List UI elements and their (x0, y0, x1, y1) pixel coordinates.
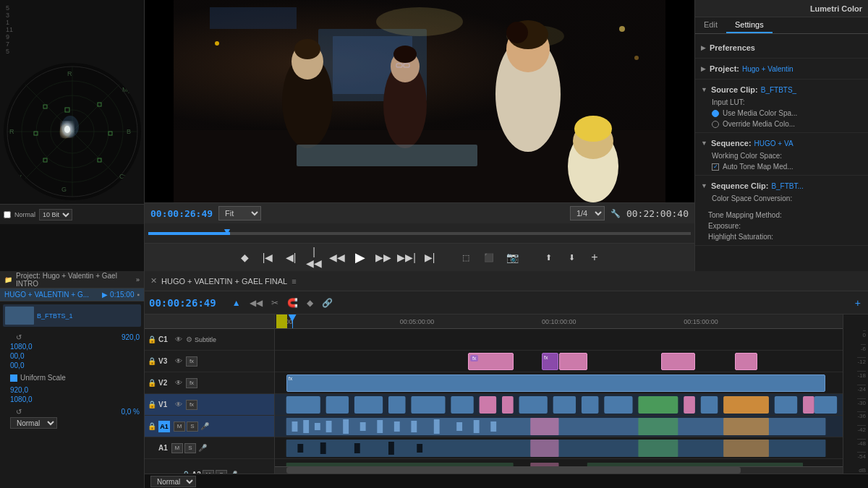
scale-pos-y-val[interactable]: 1080,0 (10, 395, 33, 403)
svg-rect-96 (723, 440, 769, 457)
a1-2-mic-icon: 🎤 (198, 444, 207, 452)
v3-eye-icon[interactable]: 👁 (175, 357, 182, 365)
linked-sel-btn[interactable]: 🔗 (319, 296, 336, 309)
track-a2-label: 🔒 A2 M S 🎤 Voix CANON (145, 459, 274, 474)
import-btn[interactable]: ⬇ (563, 249, 580, 266)
chevron-down-icon-3: ▼ (701, 182, 707, 189)
marker-btn[interactable]: ◆ (304, 296, 316, 309)
select-tool-btn[interactable]: ▲ (229, 296, 244, 309)
track-select-btn[interactable]: ◀◀ (247, 296, 265, 309)
position-x-reset[interactable]: ↺ (16, 333, 22, 341)
tone-mapping-label: Tone Mapping Method: (708, 211, 782, 219)
svg-rect-93 (417, 444, 422, 453)
v3-fx-btn[interactable]: fx (186, 356, 197, 367)
loop-back-btn[interactable]: |◀◀ (305, 249, 323, 266)
close-sequence-btn[interactable]: ✕ (150, 276, 157, 286)
step-back-btn[interactable]: |◀ (259, 249, 276, 266)
scale-pos-y-row: 1080,0 (4, 395, 140, 404)
lock-c1-icon[interactable]: 🔒 (148, 335, 156, 343)
ruler-spacer (145, 314, 274, 329)
c1-eye-icon[interactable]: 👁 (175, 335, 182, 343)
lock-v1-icon[interactable]: 🔒 (148, 401, 156, 408)
v2-fx-btn[interactable]: fx (186, 378, 197, 388)
sequence-clip-header[interactable]: ▼ Sequence Clip: B_FTBT... (701, 179, 862, 193)
razor-tool-btn[interactable]: ✂ (268, 296, 281, 309)
svg-rect-81 (434, 419, 440, 434)
blend-mode-select[interactable]: Normal Multiply Screen Overlay (10, 417, 57, 429)
v2-main-clip[interactable]: fx (286, 374, 826, 392)
rewind-btn[interactable]: ◀| (282, 249, 299, 266)
opacity-reset-btn[interactable]: ↺ (16, 408, 22, 416)
v1-fx-btn[interactable]: fx (186, 400, 197, 410)
override-media-row[interactable]: Override Media Colo... (701, 119, 862, 129)
timeline-scrollbar[interactable] (275, 466, 843, 474)
fit-dropdown[interactable]: Fit 25% 50% 100% (218, 206, 261, 221)
a1-m-btn[interactable]: M (174, 421, 185, 432)
sequence-header[interactable]: ▼ Sequence: HUGO + VA (701, 136, 862, 150)
lock-v3-icon[interactable]: 🔒 (148, 357, 156, 365)
step-fwd-btn[interactable]: ▶| (421, 249, 438, 266)
insert-btn[interactable]: ⬚ (457, 249, 475, 266)
uniform-scale-checkbox[interactable] (10, 374, 17, 382)
resolution-select[interactable]: 1/4 1/2 Full (570, 206, 605, 221)
more-btn[interactable]: + (586, 249, 603, 266)
c1-settings-icon[interactable]: ⚙ (186, 335, 192, 343)
v3-clip-1[interactable]: fx (468, 353, 514, 370)
v3-fx-clip[interactable]: fx (542, 353, 559, 370)
a1-s-btn[interactable]: S (187, 421, 198, 432)
center-panel: 00:00:26:49 Fit 25% 50% 100% 1/4 1/2 Ful… (145, 0, 694, 271)
svg-point-43 (506, 22, 528, 43)
a1-2-s-btn[interactable]: S (184, 443, 196, 453)
position-y-val[interactable]: 1080,0 (10, 343, 33, 351)
db-neg18: -18 (857, 371, 866, 385)
preview-scrubber-bar[interactable] (145, 223, 694, 243)
svg-rect-78 (377, 420, 383, 433)
snap-btn[interactable]: 🧲 (284, 296, 301, 309)
camera-btn[interactable]: 📷 (503, 249, 521, 266)
lock-a1-icon[interactable]: 🔒 (148, 422, 156, 430)
add-track-btn[interactable]: + (852, 296, 864, 310)
auto-tone-row[interactable]: ✓ Auto Tone Map Med... (701, 161, 862, 172)
position-x-val[interactable]: 920,0 (122, 333, 140, 341)
override-media-radio[interactable] (712, 121, 719, 128)
v3-clip-2[interactable] (559, 353, 587, 370)
v3-clip-3[interactable] (661, 353, 695, 370)
timeline-tracks[interactable]: 00:00 00:05:00:00 00:10:00:00 00:15:00:0… (275, 314, 843, 474)
scale-x-val[interactable]: 00,0 (10, 352, 24, 360)
scale-pos-x-val[interactable]: 920,0 (10, 386, 28, 394)
preferences-header[interactable]: ▶ Preferences (701, 40, 862, 55)
overwrite-btn[interactable]: ⬛ (480, 249, 498, 266)
next-frame-btn[interactable]: ▶▶ (375, 249, 392, 266)
use-media-row[interactable]: Use Media Color Spa... (701, 108, 862, 119)
auto-tone-checkbox[interactable]: ✓ (712, 163, 719, 171)
tab-edit[interactable]: Edit (695, 17, 726, 33)
bit-depth-select[interactable]: 10 Bit 8 Bit (39, 209, 72, 221)
v2-eye-icon[interactable]: 👁 (175, 379, 182, 387)
timeline-ruler[interactable]: 00:00 00:05:00:00 00:10:00:00 00:15:00:0… (275, 314, 843, 329)
chevron-down-icon: ▼ (701, 86, 707, 93)
a2-track-row (275, 459, 843, 466)
svg-rect-98 (530, 463, 558, 466)
opacity-value[interactable]: 0,0 % (121, 408, 140, 416)
project-header[interactable]: ▶ Project: Hugo + Valentin (701, 61, 862, 76)
v3-clip-4[interactable] (735, 353, 757, 370)
svg-rect-64 (638, 396, 678, 414)
expand-icon[interactable]: » (136, 276, 140, 283)
lock-v2-icon[interactable]: 🔒 (148, 379, 156, 387)
clamp-signal-checkbox[interactable] (4, 211, 11, 218)
a1-2-m-btn[interactable]: M (171, 443, 183, 453)
loop-fwd-btn[interactable]: ▶▶| (398, 249, 415, 266)
mark-in-btn[interactable]: ◆ (236, 249, 253, 266)
prev-frame-btn[interactable]: ◀◀ (328, 249, 346, 266)
scale-y-val[interactable]: 00,0 (10, 361, 24, 369)
sequence-menu-icon[interactable]: ≡ (292, 277, 296, 286)
use-media-radio[interactable] (712, 110, 719, 117)
export-btn[interactable]: ⬆ (540, 249, 557, 266)
opacity-blend-select[interactable]: Normal (150, 476, 196, 487)
tab-settings[interactable]: Settings (726, 17, 773, 33)
source-clip-header[interactable]: ▼ Source Clip: B_FTBTS_ (701, 82, 862, 97)
play-btn[interactable]: ▶ (352, 249, 369, 266)
v1-eye-icon[interactable]: 👁 (175, 401, 182, 408)
svg-rect-94 (530, 440, 558, 457)
svg-text:R: R (9, 128, 14, 135)
